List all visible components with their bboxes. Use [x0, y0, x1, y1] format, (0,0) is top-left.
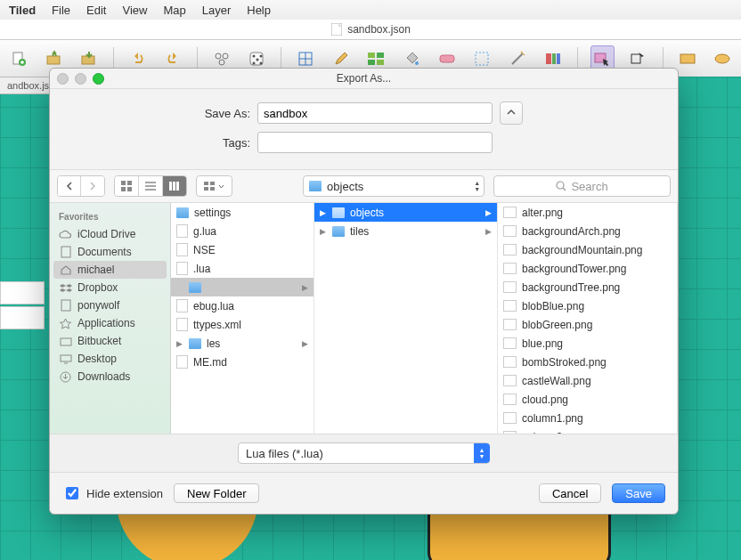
- list-item[interactable]: column1.png: [498, 409, 677, 427]
- list-item[interactable]: settings: [171, 203, 314, 222]
- hide-extension-checkbox[interactable]: Hide extension: [62, 484, 163, 502]
- list-item[interactable]: castleWall.png: [498, 371, 677, 390]
- folder-icon: [309, 181, 322, 191]
- folder-dropdown[interactable]: objects ▲▼: [303, 175, 484, 197]
- zoom-icon[interactable]: [93, 73, 104, 85]
- sidebar-item-documents[interactable]: Documents: [50, 243, 170, 261]
- list-item[interactable]: ▶objects▶: [314, 203, 497, 222]
- close-icon[interactable]: [57, 73, 69, 85]
- desktop-icon: [59, 353, 72, 365]
- list-item[interactable]: backgroundTower.png: [498, 259, 677, 278]
- group-by-dropdown[interactable]: [196, 175, 232, 197]
- sidebar-item-label: michael: [77, 264, 114, 276]
- search-icon: [556, 181, 566, 191]
- svg-rect-16: [377, 53, 384, 58]
- menu-help[interactable]: Help: [247, 4, 271, 17]
- save-button[interactable]: Save: [612, 483, 665, 503]
- sidebar-item-label: Bitbucket: [77, 335, 121, 347]
- document-title[interactable]: sandbox.json: [347, 23, 411, 36]
- group-icon: [204, 182, 215, 191]
- sidebar-item-dropbox[interactable]: Dropbox: [50, 279, 170, 296]
- svg-point-11: [252, 62, 255, 65]
- sidebar-item-ponywolf[interactable]: ponywolf: [50, 296, 170, 314]
- back-button[interactable]: [58, 176, 81, 196]
- sidebar-item-applications[interactable]: Applications: [50, 314, 170, 332]
- save-as-input[interactable]: [257, 102, 493, 124]
- menu-map[interactable]: Map: [163, 4, 185, 17]
- list-item[interactable]: g.lua: [171, 222, 314, 240]
- item-label: cloud.png: [522, 394, 568, 406]
- item-label: bombStroked.png: [522, 356, 607, 369]
- view-icons-button[interactable]: [115, 176, 139, 196]
- list-item[interactable]: NSE: [171, 240, 314, 259]
- view-list-button[interactable]: [139, 176, 163, 196]
- list-item[interactable]: blobBlue.png: [498, 296, 677, 315]
- sidebar-item-michael[interactable]: michael: [53, 261, 167, 279]
- menu-layer[interactable]: Layer: [202, 4, 232, 17]
- list-item[interactable]: .lua: [171, 259, 314, 278]
- list-item[interactable]: ▶les▶: [171, 334, 314, 353]
- expand-button[interactable]: [500, 101, 523, 125]
- sidebar-item-desktop[interactable]: Desktop: [50, 350, 170, 368]
- search-field[interactable]: Search: [493, 175, 671, 197]
- menubar: Tiled File Edit View Map Layer Help: [0, 0, 741, 20]
- list-item[interactable]: backgroundMountain.png: [498, 240, 677, 259]
- sidebar-item-bitbucket[interactable]: Bitbucket: [50, 332, 170, 350]
- tags-input[interactable]: [257, 132, 493, 153]
- toolbar-rectangle-icon[interactable]: [676, 46, 699, 71]
- item-label: column1.png: [522, 412, 583, 425]
- item-label: backgroundTower.png: [522, 263, 626, 275]
- file-icon: [176, 299, 188, 312]
- list-item[interactable]: ebug.lua: [171, 296, 314, 315]
- item-label: backgroundArch.png: [522, 225, 621, 238]
- sidebar-item-label: iCloud Drive: [77, 228, 135, 240]
- file-format-dropdown[interactable]: Lua files (*.lua) ▲▼: [238, 442, 490, 464]
- svg-rect-0: [331, 23, 342, 36]
- item-label: backgroundTree.png: [522, 281, 620, 294]
- app-name[interactable]: Tiled: [9, 4, 36, 17]
- toolbar-ellipse-icon[interactable]: [711, 46, 734, 71]
- browser-column-0[interactable]: settingsg.luaNSE.lua▶ebug.luattypes.xml▶…: [171, 203, 314, 434]
- list-item[interactable]: blobGreen.png: [498, 315, 677, 334]
- menu-file[interactable]: File: [52, 4, 70, 17]
- doc-icon: [59, 247, 72, 258]
- svg-point-7: [219, 60, 224, 65]
- svg-rect-38: [204, 187, 208, 191]
- tags-label: Tags:: [50, 136, 257, 150]
- browser-column-2[interactable]: alter.pngbackgroundArch.pngbackgroundMou…: [498, 203, 678, 434]
- view-columns-button[interactable]: [163, 176, 186, 196]
- sidebar-item-downloads[interactable]: Downloads: [50, 368, 170, 386]
- file-icon: [503, 225, 517, 237]
- menu-view[interactable]: View: [122, 4, 147, 17]
- list-item[interactable]: alter.png: [498, 203, 677, 222]
- new-folder-button[interactable]: New Folder: [174, 483, 259, 503]
- list-item[interactable]: ME.md: [171, 353, 314, 371]
- list-item[interactable]: backgroundTree.png: [498, 278, 677, 296]
- cancel-button[interactable]: Cancel: [539, 483, 601, 503]
- dialog-top-form: Save As: Tags:: [50, 89, 678, 169]
- list-item[interactable]: backgroundArch.png: [498, 222, 677, 240]
- list-item[interactable]: ▶: [171, 278, 314, 296]
- list-item[interactable]: ttypes.xml: [171, 315, 314, 334]
- list-item[interactable]: ▶tiles▶: [314, 222, 497, 240]
- minimize-icon[interactable]: [75, 73, 86, 85]
- hide-extension-check-input[interactable]: [66, 487, 78, 499]
- browser-column-1[interactable]: ▶objects▶▶tiles▶: [314, 203, 498, 434]
- list-item[interactable]: blue.png: [498, 334, 677, 353]
- sidebar-item-icloud-drive[interactable]: iCloud Drive: [50, 225, 170, 243]
- svg-rect-39: [210, 187, 215, 191]
- svg-rect-31: [121, 187, 126, 191]
- file-icon: [176, 224, 188, 238]
- list-item[interactable]: bombStroked.png: [498, 353, 677, 371]
- toolbar-new-icon[interactable]: [7, 46, 30, 71]
- export-dialog: Export As... Save As: Tags:: [49, 68, 679, 515]
- menu-edit[interactable]: Edit: [86, 4, 106, 17]
- list-item[interactable]: column2.png: [498, 427, 677, 434]
- chevron-right-icon: ▶: [302, 339, 308, 348]
- forward-button[interactable]: [81, 176, 104, 196]
- list-item[interactable]: cloud.png: [498, 390, 677, 409]
- item-label: blobBlue.png: [522, 300, 584, 312]
- folder-dropdown-label: objects: [327, 180, 363, 193]
- svg-rect-41: [61, 247, 70, 257]
- item-label: objects: [350, 207, 384, 219]
